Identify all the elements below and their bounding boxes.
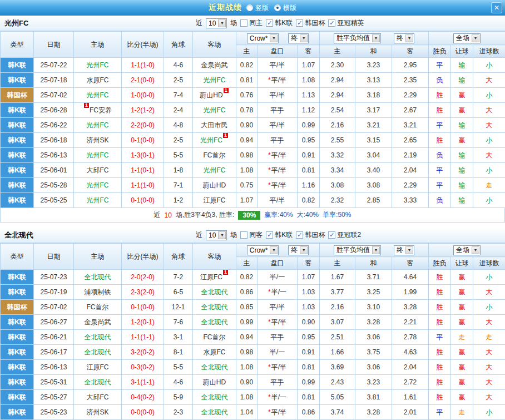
result-goals-bet-cell: 走	[473, 330, 505, 345]
handicap-text: 平/半	[271, 363, 286, 371]
result-outcome-cell: 胜	[429, 285, 451, 300]
euro-draw-odds-cell: 3.13	[355, 73, 392, 88]
recent-count-select[interactable]: 10▼	[206, 230, 227, 240]
result-outcome-cell: 胜	[429, 300, 451, 315]
score-cell: 1-1(0-1)	[122, 163, 164, 178]
away-team-cell: 光州FC	[193, 103, 236, 118]
summary-stat: 单率:50%	[323, 210, 351, 220]
dropdown-wrap: 胜平负均值▼终▼	[320, 245, 428, 255]
euro-away-odds-cell: 2.21	[392, 315, 429, 330]
filter-checkbox[interactable]: 同客	[240, 230, 263, 240]
score-cell: 0-3(0-2)	[122, 360, 164, 375]
europe-odds-type-select[interactable]: 胜平负均值▼	[334, 245, 381, 255]
corner-cell: 6-5	[164, 285, 193, 300]
away-team-cell: FC首尔	[193, 148, 236, 163]
match-period-select[interactable]: 全场▼	[453, 245, 481, 255]
match-row: 韩K联25-05-31全北现代3-1(1-1)4-6蔚山HD0.90平手0.99…	[1, 375, 505, 390]
handicap-away-odds-cell: 1.08	[298, 73, 320, 88]
euro-draw-odds-cell: 3.25	[355, 285, 392, 300]
result-handicap-bet-cell: 输	[451, 193, 473, 208]
euro-away-odds-cell: 4.64	[392, 270, 429, 285]
handicap-time-select[interactable]: 终▼	[288, 33, 309, 43]
date-cell: 25-06-13	[34, 148, 74, 163]
filter-checkbox[interactable]: ✓韩国杯	[296, 18, 325, 28]
euro-home-odds-cell: 1.67	[320, 270, 355, 285]
handicap-home-odds-cell: 0.81	[236, 73, 258, 88]
euro-home-odds-cell: 3.08	[320, 178, 355, 193]
results-table: 类型日期主场比分(半场)角球客场Crow*▼终▼胜平负均值▼终▼全场▼主盘口客主…	[0, 243, 505, 420]
europe-time-select[interactable]: 终▼	[394, 245, 414, 255]
europe-time-select[interactable]: 终▼	[394, 33, 414, 43]
filter-checkbox[interactable]: ✓亚冠联2	[328, 230, 361, 240]
handicap-line-cell: *平/半	[258, 163, 298, 178]
handicap-line-cell: 平/半	[258, 118, 298, 133]
date-cell: 25-07-22	[34, 58, 74, 73]
score-cell: 0-1(0-0)	[122, 193, 164, 208]
result-goals-bet-cell: 走	[473, 178, 505, 193]
handicap-away-odds-cell: 1.07	[298, 270, 320, 285]
select-value: 胜平负均值	[336, 33, 370, 43]
handicap-away-odds-cell: 0.95	[298, 330, 320, 345]
handicap-home-odds-cell: 0.94	[236, 330, 258, 345]
home-team-cell: 光州FC	[74, 193, 122, 208]
version-radio-selected[interactable]: 横版	[274, 3, 296, 13]
date-cell: 25-06-28	[34, 103, 74, 118]
euro-home-odds-cell: 2.55	[320, 133, 355, 148]
match-period-select[interactable]: 全场▼	[453, 33, 481, 43]
result-handicap-bet-cell: 赢	[451, 390, 473, 405]
handicap-time-select[interactable]: 终▼	[288, 245, 309, 255]
euro-home-odds-cell: 2.94	[320, 88, 355, 103]
result-goals-bet-cell: 大	[473, 148, 505, 163]
team-name-text: FC安养	[90, 106, 112, 114]
column-header: 主	[236, 257, 258, 270]
handicap-away-odds-cell: 0.95	[298, 133, 320, 148]
result-goals-bet-cell: 小	[473, 88, 505, 103]
corner-cell: 2-4	[164, 103, 193, 118]
home-team-cell: 全北现代	[74, 270, 122, 285]
dropdown-wrap: 胜平负均值▼终▼	[320, 33, 428, 43]
result-handicap-bet-cell: 赢	[451, 360, 473, 375]
version-radio-option[interactable]: 竖版	[246, 3, 269, 13]
handicap-away-odds-cell: 0.91	[298, 148, 320, 163]
euro-away-odds-cell: 4.63	[392, 345, 429, 360]
recent-count-select[interactable]: 10▼	[206, 18, 227, 28]
summary-stat: 大:40%	[297, 210, 319, 220]
close-icon: ✕	[494, 4, 499, 12]
result-goals-bet-cell: 大	[473, 103, 505, 118]
games-label: 场	[230, 230, 237, 240]
score-cell: 2-0(2-0)	[122, 270, 164, 285]
filter-checkbox[interactable]: 同主	[240, 18, 263, 28]
score-cell: 2-2(0-0)	[122, 118, 164, 133]
dropdown-group-header: 胜平负均值▼终▼	[320, 244, 429, 257]
match-row: 韩K联25-05-28光州FC1-1(1-0)7-1蔚山HD0.75*平/半1.…	[1, 178, 505, 193]
away-team-cell: 光州FC1	[193, 133, 236, 148]
handicap-away-odds-cell: 0.82	[298, 193, 320, 208]
close-button[interactable]: ✕	[491, 2, 502, 13]
match-row: 韩K联25-06-27金泉尚武1-2(0-1)7-6全北现代0.99*平/半0.…	[1, 315, 505, 330]
handicap-text: 平/半	[271, 166, 286, 174]
score-cell: 3-1(1-1)	[122, 375, 164, 390]
handicap-home-odds-cell: 1.08	[236, 360, 258, 375]
filter-checkbox[interactable]: ✓亚冠精英	[328, 18, 364, 28]
filter-checkbox[interactable]: ✓韩国杯	[296, 230, 325, 240]
games-label: 场	[230, 18, 237, 28]
radio-label: 横版	[283, 3, 296, 13]
result-outcome-cell: 负	[429, 148, 451, 163]
filter-checkbox[interactable]: ✓韩K联	[266, 230, 293, 240]
filter-checkbox[interactable]: ✓韩K联	[266, 18, 293, 28]
handicap-text: 半/一	[270, 348, 285, 356]
euro-away-odds-cell: 2.04	[392, 163, 429, 178]
handicap-home-odds-cell: 0.94	[236, 133, 258, 148]
europe-odds-type-select[interactable]: 胜平负均值▼	[334, 33, 381, 43]
team-name-text: 大邱FC	[87, 166, 109, 174]
bookmaker-select[interactable]: Crow*▼	[247, 33, 279, 43]
corner-cell: 7-4	[164, 88, 193, 103]
bookmaker-select[interactable]: Crow*▼	[247, 245, 279, 255]
home-team-cell: 浦项制铁	[74, 285, 122, 300]
favorite-star: *	[268, 318, 271, 326]
handicap-away-odds-cell: 1.12	[298, 103, 320, 118]
result-outcome-cell: 负	[429, 73, 451, 88]
competition-type-cell: 韩K联	[1, 133, 34, 148]
result-outcome-cell: 平	[429, 118, 451, 133]
result-outcome-cell: 胜	[429, 133, 451, 148]
